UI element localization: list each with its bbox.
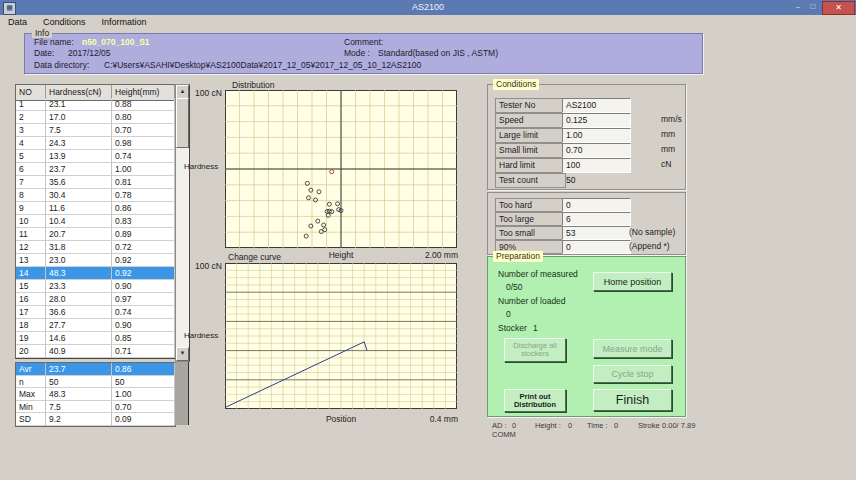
table-cell[interactable]: 7.5 — [46, 124, 112, 137]
measure-mode-button[interactable]: Measure mode — [593, 339, 672, 358]
table-cell[interactable]: 31.8 — [46, 241, 112, 254]
table-cell[interactable]: 18 — [16, 319, 46, 332]
table-cell[interactable]: 13.9 — [46, 150, 112, 163]
summary-cell: 9.2 — [46, 413, 112, 426]
table-cell[interactable]: 0.88 — [112, 98, 175, 111]
table-cell[interactable]: 23.3 — [46, 280, 112, 293]
status-time-label: Time : — [587, 421, 608, 430]
table-cell[interactable]: 10 — [16, 215, 46, 228]
summary-cell: 48.3 — [46, 388, 112, 401]
table-cell[interactable]: 15 — [16, 280, 46, 293]
scroll-thumb[interactable] — [176, 98, 189, 148]
table-cell[interactable]: 8 — [16, 189, 46, 202]
table-cell[interactable]: 11.6 — [46, 202, 112, 215]
table-cell[interactable]: 6 — [16, 163, 46, 176]
table-cell[interactable]: 11 — [16, 228, 46, 241]
table-cell[interactable]: 40.9 — [46, 345, 112, 358]
table-cell[interactable]: 1 — [16, 98, 46, 111]
condition-value[interactable]: 100 — [562, 158, 631, 173]
summary-table: Avr23.70.86n5050Max48.31.00Min7.50.70SD9… — [15, 362, 176, 427]
table-cell[interactable]: 27.7 — [46, 319, 112, 332]
table-cell[interactable]: 0.89 — [112, 228, 175, 241]
condition-value[interactable]: AS2100 — [562, 98, 631, 113]
table-cell[interactable]: 0.70 — [112, 124, 175, 137]
table-cell[interactable]: 5 — [16, 150, 46, 163]
table-cell[interactable]: 30.4 — [46, 189, 112, 202]
table-cell[interactable]: 0.85 — [112, 332, 175, 345]
table-cell[interactable]: 0.80 — [112, 111, 175, 124]
table-cell[interactable]: 12 — [16, 241, 46, 254]
table-cell[interactable]: 4 — [16, 137, 46, 150]
table-cell[interactable]: 23.7 — [46, 163, 112, 176]
measured-label: Number of measured — [498, 269, 578, 279]
table-cell[interactable]: 16 — [16, 293, 46, 306]
table-cell[interactable]: 0.72 — [112, 241, 175, 254]
table-cell[interactable]: 35.6 — [46, 176, 112, 189]
limit-label: Too small — [495, 226, 566, 240]
print-out-distribution-button[interactable]: Print out Distribution — [504, 389, 566, 412]
table-cell[interactable]: 9 — [16, 202, 46, 215]
maximize-button[interactable]: □ — [806, 1, 820, 13]
table-cell[interactable]: 0.97 — [112, 293, 175, 306]
table-cell[interactable]: 23.1 — [46, 98, 112, 111]
home-position-button[interactable]: Home position — [593, 272, 672, 291]
table-cell[interactable]: 23.0 — [46, 254, 112, 267]
table-cell[interactable]: 0.98 — [112, 137, 175, 150]
table-cell[interactable]: 3 — [16, 124, 46, 137]
table-cell[interactable]: 0.86 — [112, 202, 175, 215]
table-cell[interactable]: 13 — [16, 254, 46, 267]
table-cell[interactable]: 0.71 — [112, 345, 175, 358]
minimize-button[interactable]: – — [791, 1, 805, 13]
summary-cell: 50 — [112, 376, 175, 389]
condition-value[interactable]: 1.00 — [562, 128, 631, 143]
menu-item-conditions[interactable]: Conditions — [43, 17, 86, 27]
condition-unit: mm — [661, 144, 675, 154]
table-cell[interactable]: 0.90 — [112, 319, 175, 332]
condition-label: Speed — [495, 113, 566, 128]
table-cell[interactable]: 7 — [16, 176, 46, 189]
table-cell[interactable]: 17.0 — [46, 111, 112, 124]
summary-cell: 0.86 — [112, 363, 175, 376]
table-cell[interactable]: 0.81 — [112, 176, 175, 189]
condition-value[interactable]: 0.70 — [562, 143, 631, 158]
scroll-down-icon[interactable]: ▼ — [176, 347, 189, 361]
menu-item-data[interactable]: Data — [8, 17, 27, 27]
table-cell[interactable]: 0.74 — [112, 150, 175, 163]
table-cell[interactable]: 0.90 — [112, 280, 175, 293]
table-cell[interactable]: 24.3 — [46, 137, 112, 150]
title-bar[interactable]: ▦ AS2100 – □ ✕ — [0, 0, 856, 15]
condition-unit: mm/s — [661, 114, 682, 124]
table-cell[interactable]: 0.78 — [112, 189, 175, 202]
table-cell[interactable]: 17 — [16, 306, 46, 319]
cycle-stop-button[interactable]: Cycle stop — [593, 365, 672, 383]
table-cell[interactable]: 0.83 — [112, 215, 175, 228]
finish-button[interactable]: Finish — [593, 389, 672, 411]
table-cell[interactable]: 28.0 — [46, 293, 112, 306]
condition-value[interactable]: 50 — [562, 173, 631, 188]
table-cell[interactable]: 14.6 — [46, 332, 112, 345]
condition-label: Tester No — [495, 98, 566, 113]
table-cell[interactable]: 14 — [16, 267, 46, 280]
limit-value: 0 — [562, 240, 631, 254]
summary-cell: SD — [16, 413, 46, 426]
table-cell[interactable]: 0.92 — [112, 254, 175, 267]
table-cell[interactable]: 20 — [16, 345, 46, 358]
summary-cell: 23.7 — [46, 363, 112, 376]
close-button[interactable]: ✕ — [822, 1, 855, 15]
table-cell[interactable]: 19 — [16, 332, 46, 345]
table-cell[interactable]: 20.7 — [46, 228, 112, 241]
table-scrollbar[interactable]: ▲ ▼ — [175, 84, 190, 362]
table-cell[interactable]: 1.00 — [112, 163, 175, 176]
results-table: NOHardness(cN)Height(mm)123.10.88217.00.… — [15, 84, 176, 359]
condition-value[interactable]: 0.125 — [562, 113, 631, 128]
limit-note: (Append *) — [629, 241, 670, 251]
table-cell[interactable]: 36.6 — [46, 306, 112, 319]
stocker-value: 1 — [533, 323, 538, 333]
table-cell[interactable]: 10.4 — [46, 215, 112, 228]
menu-item-information[interactable]: Information — [102, 17, 147, 27]
table-cell[interactable]: 48.3 — [46, 267, 112, 280]
table-cell[interactable]: 2 — [16, 111, 46, 124]
table-cell[interactable]: 0.74 — [112, 306, 175, 319]
table-cell[interactable]: 0.92 — [112, 267, 175, 280]
discharge-all-stockers-button[interactable]: Discharge all stockers — [504, 338, 566, 362]
